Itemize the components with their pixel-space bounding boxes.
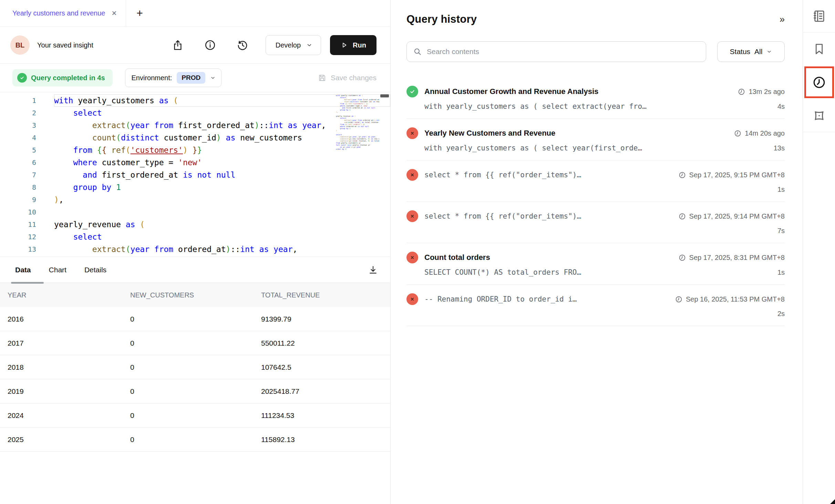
- code-line[interactable]: where customer_type = 'new': [54, 156, 390, 169]
- error-status-icon: [406, 169, 418, 181]
- table-cell: 0: [130, 363, 261, 371]
- clock-icon: [678, 171, 686, 179]
- code-line[interactable]: select: [54, 231, 390, 243]
- share-icon[interactable]: [170, 37, 186, 53]
- develop-dropdown[interactable]: Develop: [266, 35, 321, 55]
- query-history-panel: Query history » Status All Annual Custom…: [391, 0, 803, 504]
- clock-icon: [678, 254, 686, 262]
- line-number: 6: [0, 156, 36, 169]
- history-item[interactable]: select * from {{ ref("order_items")…Sep …: [406, 160, 785, 202]
- environment-label: Environment:: [132, 74, 172, 82]
- editor-scrollbar[interactable]: [380, 94, 389, 97]
- code-line[interactable]: group by 1: [54, 181, 390, 193]
- history-item[interactable]: Count total ordersSep 17, 2025, 8:31 PM …: [406, 243, 785, 285]
- table-cell: 2017: [0, 339, 130, 347]
- error-status-icon: [406, 210, 418, 222]
- status-filter-dropdown[interactable]: Status All: [717, 41, 785, 62]
- history-clock-icon[interactable]: [804, 66, 834, 98]
- tab-yearly-customers[interactable]: Yearly customers and revenue ✕: [0, 0, 126, 27]
- play-icon: [340, 41, 348, 49]
- history-item-duration: 13s: [767, 144, 785, 152]
- bookmark-icon[interactable]: [803, 33, 835, 65]
- new-tab-button[interactable]: +: [126, 0, 153, 27]
- table-cell: 2025: [0, 435, 130, 444]
- table-cell: 2018: [0, 363, 130, 371]
- history-item[interactable]: -- Renaming ORDER_ID to order_id i…Sep 1…: [406, 285, 785, 326]
- save-changes-label: Save changes: [331, 74, 377, 82]
- table-row: 20170550011.22: [0, 331, 390, 355]
- status-filter-value: All: [754, 48, 762, 56]
- code-line[interactable]: ),: [54, 193, 390, 206]
- line-number: 5: [0, 144, 36, 156]
- results-table: YEARNEW_CUSTOMERSTOTAL_REVENUE2016091399…: [0, 283, 390, 452]
- history-item-snippet: SELECT COUNT(*) AS total_orders FRO…: [424, 268, 581, 276]
- history-item-title: -- Renaming ORDER_ID to order_id i…: [424, 295, 577, 303]
- run-label: Run: [353, 41, 366, 49]
- info-icon[interactable]: [202, 37, 218, 53]
- line-number: 3: [0, 119, 36, 132]
- table-cell: 2019: [0, 387, 130, 396]
- environment-selector[interactable]: Environment: PROD: [125, 69, 222, 87]
- editor-minimap[interactable]: with yearly_customers as ( select extrac…: [336, 94, 379, 150]
- table-cell: 115892.13: [261, 435, 390, 444]
- version-history-icon[interactable]: [235, 37, 250, 53]
- table-cell: 0: [130, 411, 261, 420]
- insight-toolbar: BL Your saved insight Develop Run: [0, 27, 390, 64]
- notebook-icon[interactable]: [803, 0, 835, 32]
- table-row: 20180107642.5: [0, 355, 390, 379]
- history-item-duration: 1s: [771, 186, 785, 193]
- history-item-duration: 4s: [771, 103, 785, 111]
- right-toolbar: [803, 0, 835, 504]
- tab-chart[interactable]: Chart: [49, 266, 66, 274]
- close-tab-icon[interactable]: ✕: [111, 9, 117, 17]
- code-line[interactable]: extract(year from ordered_at)::int as ye…: [54, 243, 390, 255]
- history-item[interactable]: Annual Customer Growth and Revenue Analy…: [406, 77, 785, 119]
- clock-icon: [734, 129, 742, 137]
- line-number: 1: [0, 94, 36, 107]
- clock-icon: [738, 88, 745, 96]
- run-button[interactable]: Run: [330, 35, 377, 55]
- code-line[interactable]: [54, 206, 390, 218]
- status-filter-label: Status: [730, 48, 751, 56]
- table-cell: 111234.53: [261, 411, 390, 420]
- query-history-header: Query history »: [406, 13, 785, 25]
- editor-gutter: 12345678910111213: [0, 94, 36, 256]
- line-number: 2: [0, 107, 36, 119]
- history-item-time: Sep 17, 2025, 9:14 PM GMT+8: [671, 212, 785, 220]
- success-check-icon: [17, 73, 27, 83]
- line-number: 12: [0, 231, 36, 243]
- history-item-title: select * from {{ ref("order_items")…: [424, 171, 581, 179]
- tab-data[interactable]: Data: [15, 266, 31, 274]
- collapse-panel-icon[interactable]: »: [780, 15, 785, 24]
- tab-details[interactable]: Details: [84, 266, 106, 274]
- history-list: Annual Customer Growth and Revenue Analy…: [406, 77, 785, 326]
- table-cell: 0: [130, 387, 261, 396]
- save-changes-button[interactable]: Save changes: [318, 73, 377, 82]
- history-item-time: 13m 2s ago: [731, 88, 785, 96]
- table-row: 20240111234.53: [0, 403, 390, 428]
- line-number: 8: [0, 181, 36, 193]
- clock-icon: [678, 212, 686, 220]
- code-line[interactable]: and first_ordered_at is not null: [54, 169, 390, 181]
- error-status-icon: [406, 293, 418, 305]
- sql-editor[interactable]: 12345678910111213 with yearly_customers …: [0, 92, 390, 256]
- history-item-time: 14m 20s ago: [727, 129, 785, 137]
- history-item[interactable]: Yearly New Customers and Revenue14m 20s …: [406, 119, 785, 160]
- clock-icon: [675, 295, 683, 303]
- download-results-icon[interactable]: [366, 263, 380, 277]
- table-cell: 2016: [0, 315, 130, 323]
- history-search[interactable]: [406, 41, 706, 62]
- query-status-badge: Query completed in 4s: [12, 69, 113, 86]
- panel-title: Query history: [406, 13, 477, 25]
- history-controls: Status All: [406, 41, 785, 62]
- tab-bar: Yearly customers and revenue ✕ +: [0, 0, 390, 27]
- search-input[interactable]: [427, 48, 700, 56]
- table-header-row: YEARNEW_CUSTOMERSTOTAL_REVENUE: [0, 283, 390, 307]
- history-item[interactable]: select * from {{ ref("order_items")…Sep …: [406, 202, 785, 243]
- history-item-title: Yearly New Customers and Revenue: [424, 129, 555, 138]
- insight-subtitle: Your saved insight: [37, 41, 93, 49]
- line-number: 11: [0, 218, 36, 231]
- search-icon: [413, 47, 422, 56]
- code-line[interactable]: yearly_revenue as (: [54, 218, 390, 231]
- explore-icon[interactable]: [803, 99, 835, 132]
